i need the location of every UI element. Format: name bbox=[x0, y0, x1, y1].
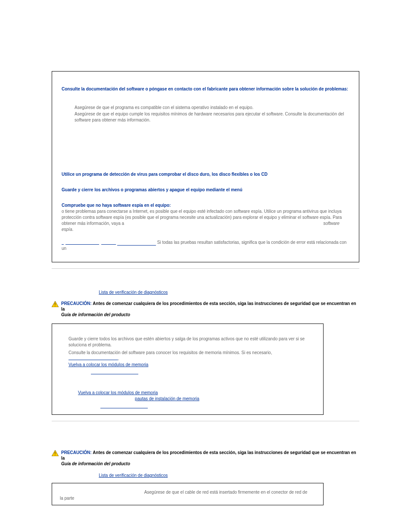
fill-post-2: a medida que realice estas comprobacione… bbox=[169, 473, 254, 478]
network-problems-box: Compruebe el conector del cable de red: … bbox=[52, 483, 324, 505]
mem-item: Consulte la documentación del software p… bbox=[68, 350, 311, 362]
check-item: Asegúrese de que el programa se ha insta… bbox=[75, 124, 349, 130]
mem-l4a: Ejecute los bbox=[68, 368, 91, 373]
caution-guide: Guía de información del producto bbox=[61, 312, 130, 317]
memory-guidelines-link[interactable]: pautas de instalación de memoria bbox=[135, 396, 199, 401]
reseat-memory-link[interactable]: Vuelva a colocar los módulos de memoria bbox=[68, 362, 148, 367]
virus-heading: Utilice un programa de detección de viru… bbox=[62, 171, 349, 177]
mem-o1-rest: para asegurarse de que el equipo se comu… bbox=[159, 390, 309, 395]
memory-problems-box: Si recibe un mensaje de memoria insufici… bbox=[52, 324, 324, 415]
section-divider bbox=[52, 268, 359, 269]
caution-guide-2: Guía de información del producto bbox=[61, 461, 130, 466]
mem-item: Ejecute los Dell Diagnostics. bbox=[68, 368, 311, 374]
caution-label-2: PRECAUCIÓN: bbox=[61, 450, 92, 455]
fill-post: a medida que realice estas comprobacione… bbox=[169, 290, 254, 295]
mem-o3a: Ejecute los bbox=[78, 402, 100, 407]
consult-docs-heading: Consulte la documentación del software o… bbox=[62, 87, 324, 91]
svg-text:!: ! bbox=[55, 302, 56, 307]
fill-checklist-note: Rellene la Lista de verificación de diag… bbox=[78, 289, 359, 296]
mem-item: Vuelva a colocar los módulos de memoria … bbox=[68, 362, 311, 368]
consult-docs-heading-rest: problemas: bbox=[325, 87, 348, 91]
caution-body: Antes de comenzar cualquiera de los proc… bbox=[61, 301, 356, 311]
spyware-heading: Compruebe que no haya software espía en … bbox=[62, 203, 171, 208]
svg-text:!: ! bbox=[55, 451, 56, 456]
diag-checklist-link-2[interactable]: Lista de verificación de diagnósticos bbox=[99, 473, 168, 478]
caution-label: PRECAUCIÓN: bbox=[61, 301, 92, 306]
mem-item: Ejecute los Dell Diagnostics. bbox=[78, 402, 311, 408]
caution-body-2: Antes de comenzar cualquiera de los proc… bbox=[61, 450, 356, 460]
check-cable-heading: Compruebe el conector del cable de red: bbox=[60, 490, 143, 495]
run-dell-diag-link[interactable]: Ejecute los Dell Diagnostics: bbox=[62, 240, 116, 245]
mem-item: Vuelva a colocar los módulos de memoria … bbox=[78, 390, 311, 396]
dell-diag-link-2[interactable]: Dell Diagnostics bbox=[100, 402, 148, 408]
caution-row: ! PRECAUCIÓN: Antes de comenzar cualquie… bbox=[52, 301, 359, 317]
mem-l3-rest: para asegurarse de que el equipo se comu… bbox=[149, 362, 300, 367]
save-close-heading: Guarde y cierre los archivos o programas… bbox=[62, 187, 243, 192]
mem-l2a: Consulte la documentación del software p… bbox=[68, 350, 272, 355]
mem-item: Guarde y cierre todos los archivos que e… bbox=[68, 336, 311, 348]
check-item: Asegúrese de que el equipo cumple los re… bbox=[75, 111, 349, 123]
reseat-memory-link-2[interactable]: Vuelva a colocar los módulos de memoria bbox=[78, 390, 158, 395]
dell-diag-link[interactable]: Dell Diagnostics bbox=[91, 368, 138, 374]
fill-pre: Rellene la bbox=[78, 290, 99, 295]
mem-item: Asegúrese de seguir las pautas de instal… bbox=[78, 396, 311, 402]
support-site: support.dell.com bbox=[125, 221, 160, 226]
net-item: Compruebe el conector del cable de red: … bbox=[60, 489, 311, 501]
warning-icon: ! bbox=[52, 301, 59, 307]
fill-pre-2: Rellene la bbox=[78, 473, 99, 478]
check-item: Si es necesario, desinstale y vuelva a i… bbox=[75, 137, 349, 143]
diag-checklist-link[interactable]: Lista de verificación de diagnósticos bbox=[99, 290, 168, 295]
troubleshoot-software-box: Consulte la documentación del software o… bbox=[52, 71, 359, 262]
start-menu-text: Inicio. bbox=[243, 187, 255, 192]
section-divider bbox=[52, 421, 359, 421]
check-item: Asegúrese de que el programa es compatib… bbox=[75, 105, 349, 111]
spyware-body-b: y busque la palabra clave bbox=[161, 221, 211, 226]
mem-o2a: Asegúrese de seguir las bbox=[87, 396, 135, 401]
check-item: Verifique que los controladores de dispo… bbox=[75, 130, 349, 136]
fill-checklist-note-2: Rellene la Lista de verificación de diag… bbox=[78, 473, 359, 479]
install-memory-link[interactable] bbox=[68, 360, 118, 360]
caution-row-2: ! PRECAUCIÓN: Antes de comenzar cualquie… bbox=[52, 450, 359, 467]
mem-l1: Guarde y cierre todos los archivos que e… bbox=[68, 336, 305, 347]
warning-icon: ! bbox=[52, 450, 59, 456]
